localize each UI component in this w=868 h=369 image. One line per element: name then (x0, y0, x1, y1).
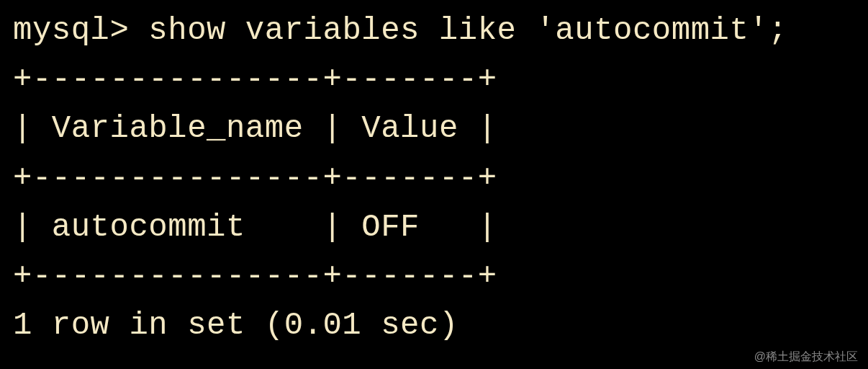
table-border-top: +---------------+-------+ (13, 61, 497, 97)
sql-command: show variables like 'autocommit'; (148, 12, 787, 48)
table-row: | autocommit | OFF | (13, 209, 497, 245)
table-border-bottom: +---------------+-------+ (13, 258, 497, 294)
table-border-mid: +---------------+-------+ (13, 160, 497, 196)
mysql-prompt: mysql> (13, 12, 148, 48)
watermark: @稀土掘金技术社区 (754, 350, 858, 365)
status-line: 1 row in set (0.01 sec) (13, 307, 458, 343)
table-header-row: | Variable_name | Value | (13, 110, 497, 146)
terminal-output: mysql> show variables like 'autocommit';… (0, 0, 868, 355)
